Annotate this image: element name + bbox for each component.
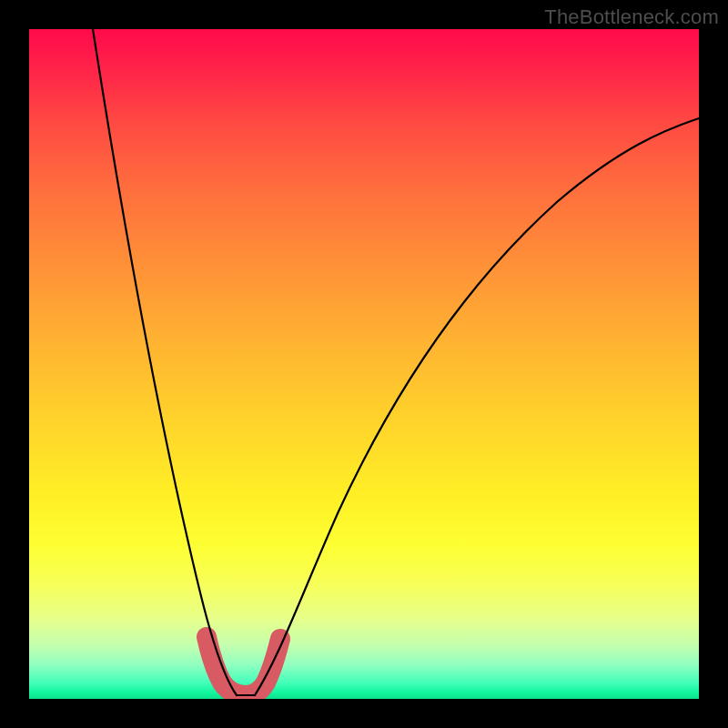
chart-frame: TheBottleneck.com [0,0,728,728]
highlight-stroke [207,637,280,695]
curve-left [93,29,237,695]
plot-area [29,29,699,699]
curve-right [255,118,699,695]
watermark-text: TheBottleneck.com [544,5,719,29]
curve-layer [29,29,699,699]
